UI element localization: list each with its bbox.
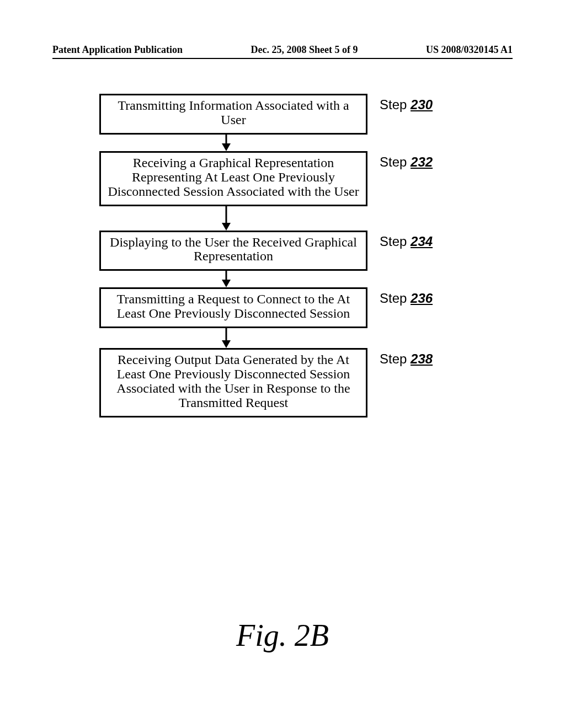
flow-box: Receiving a Graphical Representation Rep… [99, 151, 367, 206]
page: Patent Application Publication Dec. 25, … [0, 0, 565, 728]
figure-caption: Fig. 2B [0, 618, 565, 653]
flow-step-label: Step 238 [380, 348, 433, 367]
flow-step-234: Displaying to the User the Received Grap… [99, 231, 565, 271]
flow-step-label: Step 232 [380, 151, 433, 170]
arrow-down-icon [99, 271, 353, 287]
step-prefix: Step [380, 97, 411, 112]
svg-marker-3 [222, 223, 231, 231]
svg-marker-7 [222, 340, 231, 348]
step-prefix: Step [380, 291, 411, 306]
flow-box: Transmitting Information Associated with… [99, 94, 367, 135]
svg-marker-1 [222, 143, 231, 151]
flow-step-label: Step 236 [380, 287, 433, 306]
step-prefix: Step [380, 154, 411, 169]
flow-step-232: Receiving a Graphical Representation Rep… [99, 151, 565, 206]
flow-step-230: Transmitting Information Associated with… [99, 94, 565, 135]
flowchart: Transmitting Information Associated with… [0, 94, 565, 417]
flow-step-label: Step 234 [380, 231, 433, 249]
flow-box: Receiving Output Data Generated by the A… [99, 348, 367, 417]
flow-box: Transmitting a Request to Connect to the… [99, 287, 367, 328]
flow-step-238: Receiving Output Data Generated by the A… [99, 348, 565, 417]
arrow-down-icon [99, 328, 353, 348]
step-number: 232 [411, 154, 433, 169]
flow-box: Displaying to the User the Received Grap… [99, 231, 367, 271]
step-prefix: Step [380, 234, 411, 249]
arrow-down-icon [99, 206, 353, 231]
flow-step-236: Transmitting a Request to Connect to the… [99, 287, 565, 328]
step-number: 230 [411, 97, 433, 112]
step-number: 236 [411, 291, 433, 306]
header-center: Dec. 25, 2008 Sheet 5 of 9 [251, 44, 358, 56]
step-number: 238 [411, 351, 433, 366]
header-right: US 2008/0320145 A1 [426, 44, 513, 56]
page-header: Patent Application Publication Dec. 25, … [52, 44, 513, 59]
flow-step-label: Step 230 [380, 94, 433, 113]
header-left: Patent Application Publication [52, 44, 183, 56]
step-prefix: Step [380, 351, 411, 366]
arrow-down-icon [99, 135, 353, 151]
svg-marker-5 [222, 280, 231, 287]
step-number: 234 [411, 234, 433, 249]
